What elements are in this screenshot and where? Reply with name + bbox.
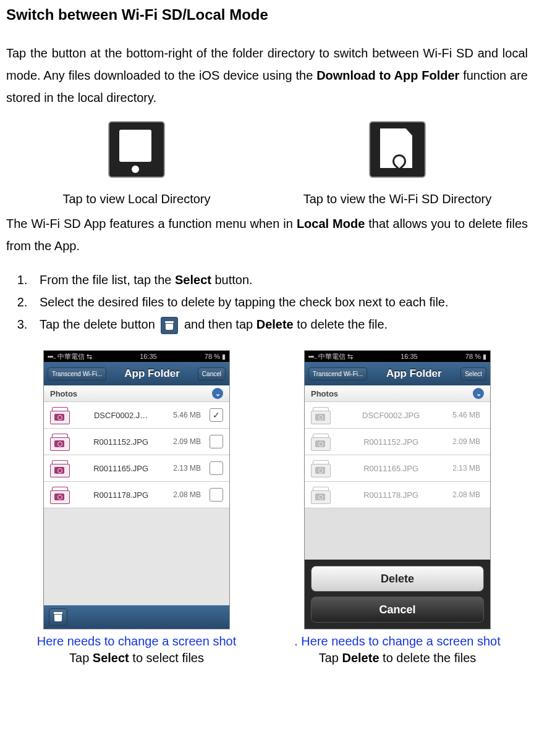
back-button[interactable]: Transcend Wi-Fi... (48, 368, 106, 380)
file-row[interactable]: DSCF0002.J… 5.46 MB ✓ (44, 402, 229, 429)
cap-r-c: to delete the files (379, 651, 477, 665)
file-name: DSCF0002.J… (74, 411, 168, 420)
status-bar: ▪▪▪.. 中華電信 ⇆ 16:35 78 % ▮ (44, 351, 229, 362)
cap-r-b: Delete (342, 651, 379, 665)
empty-area (44, 508, 229, 605)
delete-button[interactable] (49, 608, 67, 626)
file-size: 2.13 MB (173, 464, 201, 472)
time-label: 16:35 (140, 353, 157, 360)
nav-title: App Folder (386, 368, 442, 380)
file-checkbox[interactable]: ✓ (210, 408, 223, 422)
battery-label: 78 % ▮ (205, 353, 226, 361)
carrier-label: ▪▪▪.. 中華電信 ⇆ (308, 352, 353, 361)
file-checkbox[interactable] (210, 435, 223, 448)
file-size: 2.09 MB (173, 437, 201, 446)
delete-action-button[interactable]: Delete (311, 566, 484, 592)
step1-a: From the file list, tap the (40, 273, 175, 287)
action-sheet: Delete Cancel (305, 560, 490, 629)
file-row[interactable]: R0011178.JPG 2.08 MB (44, 482, 229, 508)
file-checkbox[interactable] (210, 488, 223, 502)
file-size: 2.09 MB (452, 437, 480, 446)
file-size: 2.13 MB (452, 464, 480, 472)
file-checkbox[interactable] (210, 461, 223, 475)
mode-icons-row: Tap to view Local Directory Tap to view … (6, 121, 528, 206)
file-row: R0011178.JPG 2.08 MB (305, 482, 490, 508)
para2-bold: Local Mode (297, 217, 365, 230)
section-label: Photos (50, 389, 77, 398)
caption-right: Tap Delete to delete the files (274, 651, 521, 665)
file-name: R0011165.JPG (334, 464, 447, 473)
file-name: R0011152.JPG (74, 437, 168, 447)
file-row: R0011165.JPG 2.13 MB (305, 455, 490, 482)
file-row: R0011152.JPG 2.09 MB (305, 429, 490, 455)
file-size: 2.08 MB (173, 490, 201, 499)
file-name: R0011165.JPG (74, 464, 168, 473)
screenshot-delete: ▪▪▪.. 中華電信 ⇆ 16:35 78 % ▮ Transcend Wi-F… (304, 350, 491, 629)
step1-c: button. (211, 273, 253, 287)
local-mode-paragraph: The Wi-Fi SD App features a function men… (6, 212, 528, 257)
wifi-caption: Tap to view the Wi-Fi SD Directory (274, 192, 521, 206)
cancel-button[interactable]: Cancel (198, 368, 226, 380)
wifi-sd-block: Tap to view the Wi-Fi SD Directory (274, 121, 521, 206)
file-row: DSCF0002.JPG 5.46 MB (305, 402, 490, 429)
file-name: R0011178.JPG (334, 490, 447, 500)
battery-label: 78 % ▮ (465, 353, 486, 361)
local-mode-block: Tap to view Local Directory (13, 121, 260, 206)
nav-bar: Transcend Wi-Fi... App Folder Cancel (44, 362, 229, 385)
file-row[interactable]: R0011152.JPG 2.09 MB (44, 429, 229, 455)
para2-text-1: The Wi-Fi SD App features a function men… (6, 217, 297, 230)
photo-folder-icon (311, 407, 329, 423)
photo-folder-icon (311, 487, 329, 503)
section-header[interactable]: Photos ⌄ (44, 385, 229, 402)
section-header[interactable]: Photos ⌄ (305, 385, 490, 402)
screenshot-select: ▪▪▪.. 中華電信 ⇆ 16:35 78 % ▮ Transcend Wi-F… (43, 350, 230, 629)
step-2: Select the desired files to delete by ta… (31, 292, 528, 313)
select-button[interactable]: Select (460, 368, 486, 380)
step1-b: Select (175, 273, 211, 287)
cap-l-a: Tap (69, 651, 93, 665)
sd-card-icon[interactable] (369, 121, 426, 178)
photo-folder-icon (50, 487, 69, 503)
caption-left: Tap Select to select files (13, 651, 260, 665)
step3-b: and then tap (180, 317, 256, 331)
page-title: Switch between Wi-Fi SD/Local Mode (6, 6, 528, 23)
screenshot-right-column: ▪▪▪.. 中華電信 ⇆ 16:35 78 % ▮ Transcend Wi-F… (274, 350, 521, 665)
file-size: 2.08 MB (452, 490, 480, 499)
trash-icon[interactable] (161, 317, 178, 334)
file-name: R0011152.JPG (334, 437, 447, 447)
photo-folder-icon (50, 460, 69, 476)
cap-r-a: Tap (319, 651, 342, 665)
intro-paragraph: Tap the button at the bottom-right of th… (6, 42, 528, 109)
cap-l-b: Select (93, 651, 129, 665)
photo-folder-icon (311, 460, 329, 476)
cap-l-c: to select files (129, 651, 204, 665)
note-right: . Here needs to change a screen shot (274, 634, 521, 649)
status-bar: ▪▪▪.. 中華電信 ⇆ 16:35 78 % ▮ (305, 351, 490, 362)
steps-list: From the file list, tap the Select butto… (6, 269, 528, 335)
file-size: 5.46 MB (173, 411, 201, 419)
screenshot-left-column: ▪▪▪.. 中華電信 ⇆ 16:35 78 % ▮ Transcend Wi-F… (13, 350, 260, 665)
file-name: R0011178.JPG (74, 490, 168, 500)
step3-d: to delete the file. (294, 317, 388, 331)
nav-title: App Folder (124, 368, 180, 380)
step3-c: Delete (256, 317, 294, 331)
file-row[interactable]: R0011165.JPG 2.13 MB (44, 455, 229, 482)
time-label: 16:35 (400, 353, 418, 360)
file-name: DSCF0002.JPG (334, 411, 447, 420)
photo-folder-icon (50, 434, 69, 450)
local-caption: Tap to view Local Directory (13, 192, 260, 206)
back-button[interactable]: Transcend Wi-Fi... (308, 368, 367, 380)
step-3: Tap the delete button and then tap Delet… (31, 314, 528, 335)
photo-folder-icon (50, 407, 69, 423)
note-left: Here needs to change a screen shot (13, 634, 260, 649)
bottom-toolbar (44, 605, 229, 629)
chevron-down-icon: ⌄ (212, 388, 223, 399)
screenshots-row: ▪▪▪.. 中華電信 ⇆ 16:35 78 % ▮ Transcend Wi-F… (6, 350, 528, 665)
phone-icon[interactable] (108, 121, 165, 178)
empty-area (305, 508, 490, 560)
file-size: 5.46 MB (452, 411, 480, 419)
cancel-action-button[interactable]: Cancel (311, 597, 484, 623)
photo-folder-icon (311, 434, 329, 450)
chevron-down-icon: ⌄ (473, 388, 484, 399)
intro-bold: Download to App Folder (316, 69, 459, 82)
